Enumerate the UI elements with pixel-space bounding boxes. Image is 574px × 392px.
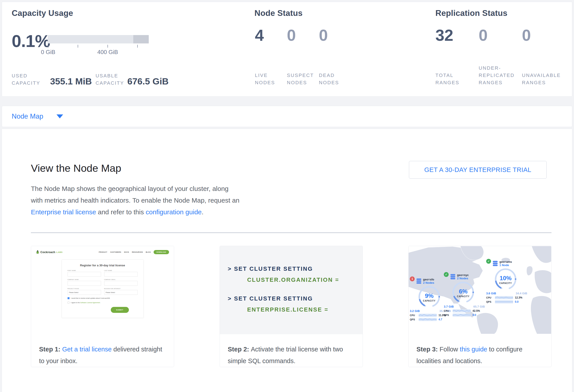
checkbox-label: I agree to the Software License Agreemen… (71, 302, 101, 303)
locality-name: geo=sfo (423, 278, 434, 281)
field-label: LAST NAME (104, 270, 138, 271)
thumb-nav-item: PRODUCT (99, 251, 107, 253)
unavailable-ranges-label: UNAVAILABLE RANGES (522, 72, 563, 86)
qps-sparkline (495, 300, 513, 303)
locality-node-count: 1 Node (499, 263, 512, 267)
locality-name: geo=nyc (457, 273, 469, 277)
company-email-field (104, 281, 138, 286)
sql-command: > SET CLUSTER SETTING ENTERPRISE.LICENSE… (228, 295, 363, 313)
get-trial-license-link[interactable]: Get a trial license (62, 346, 112, 353)
thumb-nav-item: DOCS (124, 251, 129, 253)
step3-caption: Step 3: Follow this guide to configure l… (409, 334, 551, 367)
get-enterprise-trial-button[interactable]: GET A 30-DAY ENTERPRISE TRIAL (409, 161, 547, 179)
suspect-nodes-label: SUSPECT NODES (287, 72, 316, 86)
dead-nodes-value: 0 (319, 27, 328, 44)
sql-commands-thumbnail: > SET CLUSTER SETTING CLUSTER.ORGANIZATI… (220, 246, 363, 334)
node-map-thumbnail: 1 geo=sfo 2 Nodes (409, 246, 551, 334)
capacity-percent: 10% (500, 275, 512, 281)
qps-value: 0.0 (472, 314, 476, 317)
configuration-guide-link[interactable]: configuration guide (146, 208, 202, 216)
last-name-field (104, 272, 138, 277)
thumb-nav-item: CUSTOMERS (110, 251, 121, 253)
capacity-percent: 9% (425, 293, 433, 299)
brand-suffix: LABS (56, 251, 63, 253)
field-label: FIRST NAME (67, 270, 101, 271)
error-badge-icon: 1 (410, 277, 415, 281)
map-locality-nyc: ✓ geo=nyc 2 Nodes (444, 274, 490, 317)
intro-text: . (202, 208, 204, 216)
qps-value: 4.7 (438, 318, 442, 321)
sql-keyword-line: > SET CLUSTER SETTING (228, 265, 363, 272)
map-locality-ams: ✓ geo=ams 1 Node (486, 261, 533, 303)
cpu-sparkline (453, 309, 471, 312)
capacity-percent: 6% (459, 288, 467, 295)
sql-setting-line: ENTERPRISE.LICENSE = (228, 306, 363, 313)
capacity-used: 3.6 GiB (486, 292, 496, 295)
cpu-sparkline (419, 314, 437, 317)
suspect-nodes-stat: 0 SUSPECT NODES (287, 27, 316, 86)
intro-paragraph: The Node Map shows the geographical layo… (31, 183, 241, 218)
capacity-usage-title: Capacity Usage (12, 9, 73, 18)
axis-tick-label: 400 GiB (90, 49, 125, 56)
under-replicated-ranges-stat: 0 UNDER-REPLICATED RANGES (479, 27, 520, 86)
cockroach-labs-logo: Cockroach LABS (36, 250, 63, 254)
node-map-dropdown[interactable]: Node Map (2, 106, 572, 127)
live-nodes-label: LIVE NODES (255, 72, 284, 86)
thumb-nav-item: RESOURCES (132, 251, 143, 253)
first-name-field (67, 272, 101, 277)
cpu-value: 42.5% (472, 309, 480, 312)
project-phase-select: Please Select (67, 290, 101, 295)
cpu-sparkline (495, 296, 513, 299)
enterprise-trial-license-link[interactable]: Enterprise trial license (31, 208, 96, 216)
field-label: COMPANY EMAIL (104, 279, 138, 280)
thumb-nav: PRODUCT CUSTOMERS DOCS RESOURCES BLOG DO… (99, 250, 169, 254)
cockroach-bug-icon (36, 250, 39, 254)
license-agreement-checkbox-row: I agree to the Software License Agreemen… (67, 302, 138, 304)
this-guide-link[interactable]: this guide (460, 346, 487, 353)
step1-caption: Step 1: Get a trial license delivered st… (31, 334, 174, 367)
field-label: PROJECT PHASE (67, 288, 101, 289)
total-ranges-value: 32 (435, 27, 453, 44)
field-label: REASON FOR INTEREST (104, 288, 138, 289)
check-badge-icon: ✓ (444, 272, 449, 277)
locality-name: geo=ams (499, 260, 512, 263)
steps-cards-row: Cockroach LABS PRODUCT CUSTOMERS DOCS RE… (31, 246, 552, 367)
section-divider (31, 232, 552, 233)
node-status-title: Node Status (254, 9, 303, 18)
capacity-percent-value: 0.1% (12, 32, 50, 51)
capacity-total: 34.4 GiB (516, 292, 527, 295)
dead-nodes-stat: 0 DEAD NODES (319, 27, 348, 86)
trial-register-form: Register for a 30-day trial license FIRS… (62, 260, 144, 318)
axis-tick-label: 0 GiB (30, 49, 66, 56)
capacity-gauge: 10% CAPACITY (494, 267, 517, 291)
thumb-submit-button: SUBMIT (111, 307, 129, 313)
suspect-nodes-value: 0 (287, 27, 296, 44)
locality-node-count: 2 Nodes (457, 277, 469, 280)
dead-nodes-label: DEAD NODES (319, 72, 348, 86)
under-replicated-ranges-label: UNDER-REPLICATED RANGES (479, 64, 520, 86)
usable-capacity-value: 676.5 GiB (127, 76, 169, 87)
axis-tick (107, 45, 108, 48)
cpu-value: 12.3% (515, 296, 522, 299)
total-ranges-label: TOTAL RANGES (435, 72, 465, 86)
capacity-gauge: 6% CAPACITY (451, 280, 475, 304)
form-title: Register for a 30-day trial license (67, 264, 138, 267)
locality-node-count: 2 Nodes (423, 281, 434, 284)
unavailable-ranges-value: 0 (522, 27, 531, 44)
qps-value: 0.0 (515, 300, 519, 303)
live-nodes-value: 4 (255, 27, 264, 44)
form-fields-grid: FIRST NAME LAST NAME COMPANY NAME COMPAN… (67, 270, 138, 295)
qps-sparkline (419, 318, 437, 321)
sql-command: > SET CLUSTER SETTING CLUSTER.ORGANIZATI… (228, 265, 363, 283)
used-capacity-label: USED CAPACITY (12, 72, 49, 87)
brand-name: Cockroach (41, 250, 55, 254)
capacity-bar-reserved-segment (133, 35, 149, 43)
database-icon (492, 261, 498, 266)
intro-text: The Node Map shows the geographical layo… (31, 185, 239, 204)
step1-card: Cockroach LABS PRODUCT CUSTOMERS DOCS RE… (31, 246, 174, 367)
thumb-site-header: Cockroach LABS PRODUCT CUSTOMERS DOCS RE… (31, 246, 174, 254)
under-replicated-ranges-value: 0 (479, 27, 488, 44)
used-capacity-value: 355.1 MiB (50, 76, 92, 87)
cluster-overview-page: { "colors": { "accent_blue": "#2f7cf5", … (0, 0, 574, 392)
step3-card: 1 geo=sfo 2 Nodes (408, 246, 552, 367)
